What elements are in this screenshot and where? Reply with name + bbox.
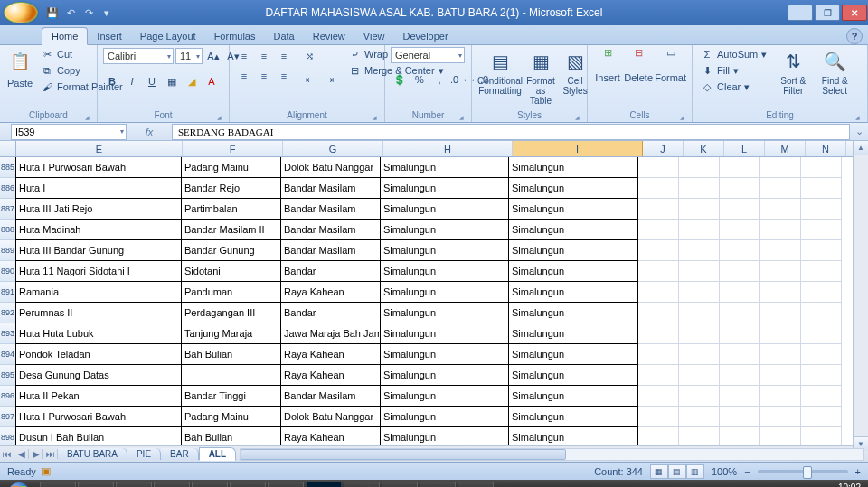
col-header-K[interactable]: K	[684, 141, 724, 156]
cell[interactable]: Panduman	[181, 281, 281, 303]
vertical-scrollbar[interactable]: ▲ ▼	[853, 141, 868, 451]
cell[interactable]	[638, 240, 679, 261]
cell[interactable]	[801, 282, 842, 303]
cell[interactable]: Simalungun	[508, 198, 638, 220]
cell[interactable]: Bandar Masilam II	[181, 219, 281, 240]
cell[interactable]: Perumnas II	[15, 302, 182, 323]
currency-button[interactable]: 💲	[391, 70, 409, 89]
cell[interactable]	[760, 323, 801, 344]
cell[interactable]: Simalungun	[380, 177, 509, 199]
cell[interactable]: Raya Kahean	[280, 364, 381, 386]
taskbar-explorer-icon[interactable]: 📁	[40, 482, 76, 487]
font-name-combo[interactable]: Calibri	[103, 48, 174, 64]
underline-button[interactable]: U	[143, 72, 161, 90]
start-button[interactable]	[0, 480, 38, 487]
row-header[interactable]: 886	[0, 178, 16, 199]
fx-label[interactable]: fx	[127, 126, 172, 137]
cell[interactable]	[679, 178, 720, 199]
cell[interactable]	[720, 303, 760, 323]
cell[interactable]	[801, 427, 842, 445]
delete-cells-button[interactable]: ⊟Delete	[624, 47, 653, 83]
cell[interactable]: Simalungun	[508, 302, 638, 323]
tab-review[interactable]: Review	[304, 28, 354, 44]
cell[interactable]: Perdagangan III	[181, 302, 281, 323]
taskbar-powerpoint-icon[interactable]: P	[192, 482, 228, 487]
tab-page-layout[interactable]: Page Layout	[131, 28, 205, 44]
cell[interactable]	[679, 427, 720, 445]
cell[interactable]: Simalungun	[380, 281, 509, 303]
cell[interactable]: Simalungun	[508, 323, 638, 344]
cell[interactable]: Bandar Masilam	[280, 219, 381, 240]
cell[interactable]: Simalungun	[508, 406, 638, 427]
find-select-button[interactable]: 🔍Find & Select	[816, 47, 853, 96]
number-format-combo[interactable]: General	[391, 47, 465, 63]
cell[interactable]: Desa Gunung Datas	[15, 364, 182, 386]
cell[interactable]	[638, 407, 679, 427]
tab-developer[interactable]: Developer	[393, 28, 457, 44]
cell[interactable]	[679, 261, 720, 282]
cell[interactable]	[720, 282, 760, 303]
cell[interactable]	[801, 178, 842, 199]
comma-button[interactable]: ,	[430, 70, 448, 89]
taskbar-chrome-icon[interactable]: ◉	[268, 482, 304, 487]
cell[interactable]: Dolok Batu Nanggar	[280, 406, 381, 427]
cell[interactable]: Huta I Purwosari Bawah	[15, 406, 182, 427]
cell[interactable]: Bandar Rejo	[181, 177, 281, 199]
cell[interactable]	[679, 344, 720, 365]
clock[interactable]: 10:02 27/07/2023	[816, 482, 861, 487]
percent-button[interactable]: %	[410, 70, 429, 89]
cell[interactable]	[638, 427, 679, 445]
format-cells-button[interactable]: ▭Format	[655, 47, 686, 83]
cell[interactable]	[760, 240, 801, 261]
align-middle-button[interactable]: ≡	[255, 47, 273, 65]
col-header-M[interactable]: M	[765, 141, 806, 156]
cell[interactable]: Raya Kahean	[280, 426, 381, 445]
cell[interactable]	[679, 199, 720, 220]
insert-cells-button[interactable]: ⊞Insert	[593, 47, 622, 83]
cell[interactable]	[760, 220, 801, 240]
cell[interactable]	[801, 386, 842, 407]
cell[interactable]: Simalungun	[380, 343, 509, 365]
cell[interactable]: Partimbalan	[181, 198, 281, 220]
cell[interactable]: Simalungun	[380, 219, 509, 240]
cell[interactable]: Simalungun	[508, 239, 638, 261]
cell[interactable]: Raya Kahean	[280, 343, 381, 365]
cell[interactable]: Huta Huta Lubuk	[15, 323, 182, 344]
cell[interactable]: Simalungun	[380, 198, 509, 220]
align-right-button[interactable]: ≡	[275, 67, 293, 85]
cell[interactable]	[679, 240, 720, 261]
select-all-corner[interactable]	[0, 141, 16, 156]
cell[interactable]: Bandar Masilam	[280, 385, 381, 407]
format-as-table-button[interactable]: ▦Format as Table	[524, 47, 557, 106]
paste-button[interactable]: 📋 Paste	[5, 47, 34, 89]
cell[interactable]	[638, 303, 679, 323]
font-size-combo[interactable]: 11	[175, 48, 203, 64]
cell[interactable]	[720, 365, 760, 386]
fill-color-button[interactable]: ◢	[183, 72, 201, 90]
row-header[interactable]: 885	[0, 157, 16, 178]
indent-dec-button[interactable]: ⇤	[300, 70, 318, 89]
font-color-button[interactable]: A	[203, 72, 221, 90]
taskbar-photoshop-icon[interactable]: Ps	[306, 482, 342, 487]
bold-button[interactable]: B	[103, 72, 121, 90]
formula-input[interactable]: SERDANG BADAGAI	[172, 124, 850, 140]
help-button[interactable]: ?	[846, 28, 863, 44]
cell[interactable]	[720, 199, 760, 220]
row-header[interactable]: 898	[0, 427, 16, 445]
cell[interactable]	[638, 323, 679, 344]
cell[interactable]	[638, 365, 679, 386]
sheet-tab-batu-bara[interactable]: BATU BARA	[58, 448, 127, 460]
cell[interactable]: Huta 11 Nagori Sidotani I	[15, 260, 182, 282]
cell[interactable]: Simalungun	[508, 426, 638, 445]
col-header-H[interactable]: H	[383, 141, 513, 156]
col-header-G[interactable]: G	[283, 141, 383, 156]
cell[interactable]	[760, 427, 801, 445]
row-header[interactable]: 888	[0, 220, 16, 240]
qat-more-icon[interactable]: ▾	[99, 5, 114, 20]
cell[interactable]	[801, 323, 842, 344]
sheet-tab-all[interactable]: ALL	[199, 447, 236, 461]
cell[interactable]	[760, 407, 801, 427]
cell[interactable]	[679, 386, 720, 407]
office-button[interactable]	[4, 2, 38, 23]
cell[interactable]	[679, 303, 720, 323]
